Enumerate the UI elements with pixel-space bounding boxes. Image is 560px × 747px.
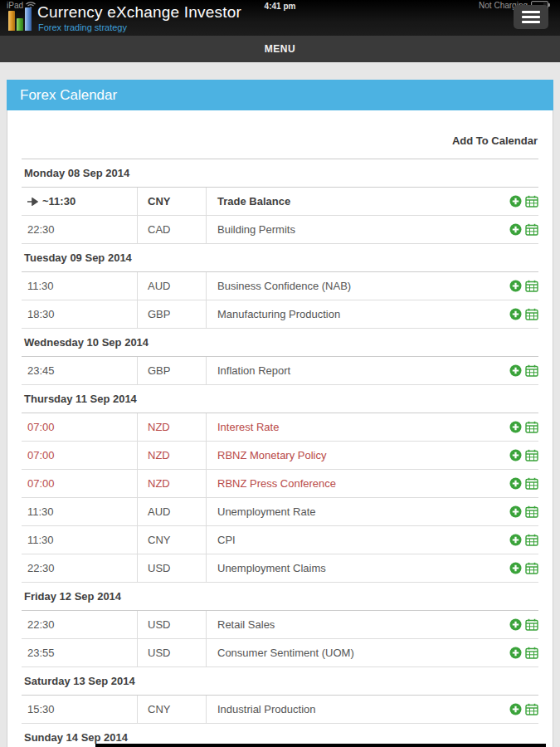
event-time: 07:00 [22, 470, 138, 497]
event-time: ~11:30 [22, 188, 138, 215]
plus-circle-icon[interactable] [509, 703, 522, 715]
event-row: 22:30USDUnemployment Claims [22, 554, 538, 583]
event-name: Unemployment Claims [207, 554, 495, 582]
event-row: 11:30AUDUnemployment Rate [22, 498, 538, 526]
day-header: Friday 12 Sep 2014 [22, 583, 538, 611]
event-row: 22:30CADBuilding Permits [22, 216, 538, 244]
event-row: ~11:30CNYTrade Balance [22, 188, 538, 216]
plus-circle-icon[interactable] [509, 449, 522, 461]
event-time: 11:30 [22, 526, 138, 554]
event-name: Interest Rate [207, 413, 495, 441]
event-time-label: 18:30 [27, 308, 55, 320]
event-actions [495, 300, 538, 328]
calendar-icon[interactable] [525, 421, 538, 433]
arrow-right-icon [27, 198, 38, 206]
calendar-icon[interactable] [525, 364, 538, 377]
calendar-icon[interactable] [525, 505, 538, 518]
calendar-icon[interactable] [525, 477, 538, 490]
event-time: 07:00 [22, 413, 138, 441]
event-row: 07:00NZDRBNZ Monetary Policy [22, 442, 538, 470]
event-time-label: 11:30 [27, 280, 54, 292]
plus-circle-icon[interactable] [509, 195, 522, 208]
day-group: Tuesday 09 Sep 201411:30AUDBusiness Conf… [22, 244, 538, 329]
event-actions [495, 272, 538, 300]
event-name: RBNZ Monetary Policy [207, 442, 495, 469]
event-row: 22:30USDRetail Sales [22, 611, 538, 639]
day-group: Monday 08 Sep 2014~11:30CNYTrade Balance… [22, 159, 538, 244]
event-name: Manufacturing Production [207, 300, 495, 328]
event-time: 22:30 [22, 216, 138, 243]
plus-circle-icon[interactable] [509, 421, 522, 433]
event-row: 15:30CNYIndustrial Production [22, 696, 538, 724]
event-time-label: 11:30 [27, 505, 54, 518]
plus-circle-icon[interactable] [509, 364, 522, 377]
event-currency: AUD [138, 272, 207, 300]
hamburger-menu-button[interactable] [514, 5, 548, 29]
plus-circle-icon[interactable] [509, 534, 522, 546]
event-currency: NZD [138, 470, 207, 497]
event-time: 22:30 [22, 554, 138, 582]
event-time: 15:30 [22, 696, 138, 723]
plus-circle-icon[interactable] [509, 562, 522, 574]
event-time: 11:30 [22, 498, 138, 525]
event-row: 11:30CNYCPI [22, 526, 538, 554]
calendar-icon[interactable] [525, 562, 538, 574]
event-currency: USD [138, 554, 207, 582]
event-time-label: ~11:30 [42, 195, 75, 208]
day-header: Saturday 13 Sep 2014 [22, 667, 538, 696]
plus-circle-icon[interactable] [509, 223, 522, 236]
day-header: Monday 08 Sep 2014 [22, 159, 538, 188]
calendar-icon[interactable] [525, 308, 538, 320]
event-time: 23:45 [22, 357, 138, 384]
event-name: Inflation Report [207, 357, 495, 384]
app-subtitle: Forex trading strategy [38, 22, 127, 32]
plus-circle-icon[interactable] [509, 505, 522, 518]
event-time-label: 15:30 [27, 703, 55, 715]
calendar-icon[interactable] [525, 534, 538, 546]
event-currency: USD [138, 611, 207, 638]
event-time-label: 07:00 [27, 449, 55, 461]
plus-circle-icon[interactable] [509, 280, 522, 292]
day-header: Tuesday 09 Sep 2014 [22, 244, 538, 272]
event-actions [495, 526, 538, 554]
event-currency: CAD [138, 216, 207, 243]
event-actions [495, 498, 538, 525]
plus-circle-icon[interactable] [509, 618, 522, 631]
event-name: Retail Sales [207, 611, 495, 638]
menu-bar[interactable]: MENU [0, 36, 560, 62]
plus-circle-icon[interactable] [509, 647, 522, 659]
app-logo-icon [8, 6, 33, 31]
calendar-icon[interactable] [525, 195, 538, 208]
menu-label: MENU [265, 43, 295, 55]
calendar-icon[interactable] [525, 618, 538, 631]
event-actions [495, 611, 538, 638]
event-actions [495, 413, 538, 441]
event-actions [495, 442, 538, 469]
event-row: 07:00NZDRBNZ Press Conference [22, 470, 538, 498]
add-to-calendar-link[interactable]: Add To Calendar [452, 134, 538, 147]
ad-banner-sliver [95, 744, 546, 747]
event-actions [495, 216, 538, 243]
event-time: 07:00 [22, 442, 138, 469]
plus-circle-icon[interactable] [509, 308, 522, 320]
calendar-icon[interactable] [525, 647, 538, 659]
calendar-icon[interactable] [525, 280, 538, 292]
event-time-label: 22:30 [27, 223, 55, 236]
day-group: Thursday 11 Sep 201407:00NZDInterest Rat… [22, 385, 538, 583]
event-time: 11:30 [22, 272, 138, 300]
plus-circle-icon[interactable] [509, 477, 522, 490]
page-title: Forex Calendar [7, 80, 553, 110]
event-name: Trade Balance [207, 188, 495, 215]
calendar-table: Monday 08 Sep 2014~11:30CNYTrade Balance… [22, 159, 538, 747]
event-time-label: 11:30 [27, 534, 54, 546]
calendar-icon[interactable] [525, 223, 538, 236]
event-name: Unemployment Rate [207, 498, 495, 525]
calendar-icon[interactable] [525, 703, 538, 715]
forex-calendar-card: Forex Calendar Add To Calendar Monday 08… [7, 80, 553, 747]
event-currency: AUD [138, 498, 207, 525]
day-group: Friday 12 Sep 201422:30USDRetail Sales23… [22, 583, 538, 667]
calendar-icon[interactable] [525, 449, 538, 461]
event-actions [495, 554, 538, 582]
event-row: 07:00NZDInterest Rate [22, 413, 538, 442]
event-currency: USD [138, 639, 207, 666]
